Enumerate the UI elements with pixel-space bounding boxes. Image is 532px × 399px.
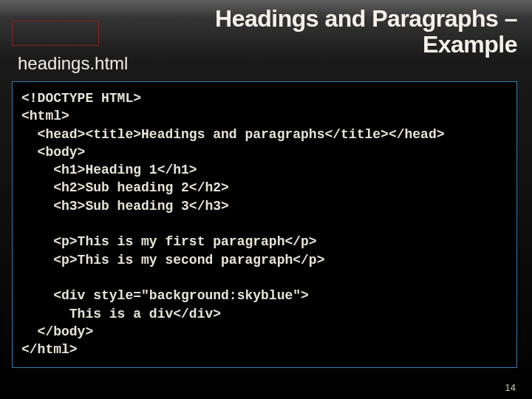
filename-label: headings.html — [18, 53, 128, 74]
slide-title: Headings and Paragraphs – Example — [215, 6, 517, 58]
page-number: 14 — [505, 382, 516, 393]
title-line-1: Headings and Paragraphs – — [215, 5, 517, 32]
code-block: <!DOCTYPE HTML> <html> <head><title>Head… — [12, 81, 517, 368]
title-line-2: Example — [423, 31, 517, 58]
header-accent-box — [12, 21, 99, 46]
